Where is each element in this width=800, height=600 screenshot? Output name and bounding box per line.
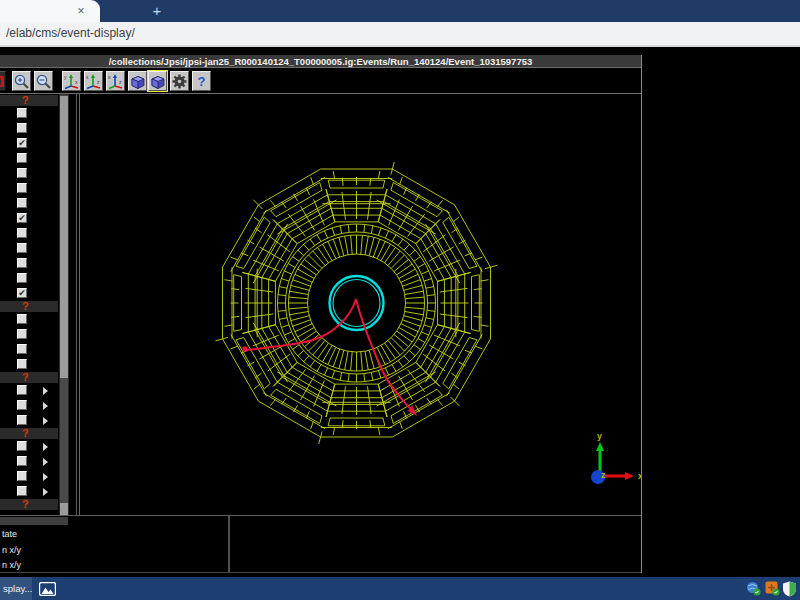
settings-button[interactable] [170, 71, 189, 91]
new-tab-button[interactable]: + [148, 2, 166, 20]
expand-arrow-icon[interactable] [43, 488, 48, 496]
expand-arrow-icon[interactable] [43, 458, 48, 466]
tree-item-row [0, 454, 58, 469]
group-help-icon[interactable]: ? [22, 94, 29, 106]
tree-group-header: ? [0, 95, 58, 106]
sidebar-scrollbar[interactable] [59, 94, 69, 515]
group-help-icon[interactable]: ? [22, 427, 29, 439]
tree-group-header: ? [0, 301, 58, 312]
svg-text:z: z [97, 79, 100, 85]
axis-label-x: x [638, 471, 641, 481]
detector-event-view: yxz [80, 94, 641, 515]
event-display-window: /collections/Jpsi/jpsi-jan25_R000140124_… [0, 55, 642, 573]
orthographic-view-button[interactable] [148, 71, 167, 91]
tree-item-row [0, 469, 58, 484]
tree-item-row [0, 241, 58, 256]
taskbar-photos-button[interactable] [34, 577, 60, 600]
tree-checkbox[interactable] [17, 228, 27, 238]
tree-checkbox[interactable] [17, 153, 27, 163]
expand-arrow-icon[interactable] [43, 417, 48, 425]
tray-defender-icon[interactable] [782, 581, 797, 600]
tree-checkbox[interactable] [17, 243, 27, 253]
mode-item-rotate[interactable]: tate [2, 529, 17, 539]
browser-active-tab[interactable]: × [0, 0, 100, 22]
group-help-icon[interactable]: ? [22, 498, 29, 510]
tree-checkbox[interactable] [17, 486, 27, 496]
axis-view-2-button[interactable]: x z [84, 71, 103, 91]
sidebar-tree: ????? [0, 94, 58, 515]
bottom-right-panel [232, 516, 641, 572]
toolbar: y x x z x z ? [0, 69, 641, 94]
tree-checkbox[interactable] [17, 314, 27, 324]
expand-arrow-icon[interactable] [43, 473, 48, 481]
tree-checkbox[interactable] [17, 344, 27, 354]
axis-view-3-button[interactable]: x z [106, 71, 125, 91]
svg-text:y: y [64, 74, 67, 80]
tree-group-header: ? [0, 499, 58, 510]
mode-item-zoom[interactable]: n x/y [2, 560, 21, 570]
tree-checkbox[interactable] [17, 198, 27, 208]
track-endpoint-marker [243, 347, 248, 352]
help-icon: ? [198, 74, 206, 89]
tree-checkbox-checked[interactable] [17, 288, 27, 298]
event-path-title: /collections/Jpsi/jpsi-jan25_R000140124_… [0, 55, 641, 68]
tree-item-row [0, 484, 58, 499]
tray-sync-icon[interactable] [765, 581, 780, 600]
tree-checkbox[interactable] [17, 329, 27, 339]
scrollbar-thumb[interactable] [60, 96, 68, 378]
url-text[interactable]: /elab/cms/event-display/ [6, 26, 135, 40]
tree-item-row [0, 413, 58, 428]
axis-gizmo: yxz [591, 431, 641, 484]
tree-checkbox[interactable] [17, 123, 27, 133]
tree-item-row [0, 327, 58, 342]
perspective-view-button[interactable] [128, 71, 147, 91]
tree-checkbox-checked[interactable] [17, 138, 27, 148]
tray-network-icon[interactable] [746, 581, 761, 600]
zoom-in-button[interactable] [12, 71, 31, 91]
scrollbar-bottom-button[interactable] [60, 503, 68, 515]
tree-checkbox[interactable] [17, 168, 27, 178]
tree-checkbox[interactable] [17, 273, 27, 283]
tree-checkbox[interactable] [17, 441, 27, 451]
tree-checkbox-checked[interactable] [17, 213, 27, 223]
tree-checkbox[interactable] [17, 258, 27, 268]
expand-arrow-icon[interactable] [43, 443, 48, 451]
photos-icon [39, 582, 56, 596]
tree-checkbox[interactable] [17, 385, 27, 395]
group-help-icon[interactable]: ? [22, 300, 29, 312]
browser-url-bar[interactable]: /elab/cms/event-display/ [0, 22, 800, 47]
tree-group-header: ? [0, 372, 58, 383]
event-title-bar: /collections/Jpsi/jpsi-jan25_R000140124_… [0, 55, 641, 68]
svg-text:x: x [75, 79, 78, 85]
tree-item-row [0, 181, 58, 196]
snapshot-button[interactable] [0, 71, 6, 91]
tree-checkbox[interactable] [17, 456, 27, 466]
tree-item-row [0, 398, 58, 413]
tree-item-row [0, 439, 58, 454]
tree-checkbox[interactable] [17, 183, 27, 193]
tree-item-row [0, 196, 58, 211]
tree-checkbox[interactable] [17, 471, 27, 481]
detector-canvas[interactable]: yxz [79, 94, 641, 515]
tree-checkbox[interactable] [17, 359, 27, 369]
group-help-icon[interactable]: ? [22, 371, 29, 383]
expand-arrow-icon[interactable] [43, 402, 48, 410]
tree-item-row [0, 271, 58, 286]
tree-item-row [0, 166, 58, 181]
zoom-out-button[interactable] [34, 71, 53, 91]
tree-checkbox[interactable] [17, 415, 27, 425]
help-button[interactable]: ? [192, 71, 211, 91]
tree-checkbox[interactable] [17, 108, 27, 118]
browser-tab-bar: × + [0, 0, 800, 22]
axis-view-1-button[interactable]: y x [62, 71, 81, 91]
tab-close-icon[interactable]: × [73, 3, 89, 19]
tree-item-row [0, 151, 58, 166]
tree-item-row [0, 136, 58, 151]
tree-item-row [0, 312, 58, 327]
svg-text:z: z [119, 79, 122, 85]
tree-checkbox[interactable] [17, 400, 27, 410]
expand-arrow-icon[interactable] [43, 387, 48, 395]
selected-mode-row[interactable] [0, 517, 68, 525]
taskbar-active-window-button[interactable]: splay... [0, 577, 32, 600]
mode-item-pan[interactable]: n x/y [2, 545, 21, 555]
